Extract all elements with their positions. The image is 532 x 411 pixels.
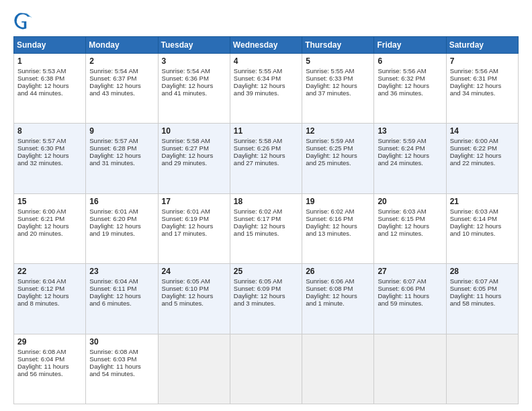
day-info: Sunset: 6:09 PM <box>234 285 298 292</box>
day-info: Sunrise: 6:03 AM <box>378 208 442 215</box>
day-info: and 59 minutes. <box>378 300 442 307</box>
day-info: Sunset: 6:17 PM <box>234 215 298 222</box>
calendar-cell: 24Sunrise: 6:05 AMSunset: 6:10 PMDayligh… <box>158 264 230 334</box>
day-info: Daylight: 12 hours <box>89 152 154 159</box>
day-info: Sunset: 6:25 PM <box>306 144 370 152</box>
day-info: Daylight: 12 hours <box>378 222 442 230</box>
day-info: Sunset: 6:31 PM <box>450 75 515 82</box>
day-info: Sunset: 6:36 PM <box>162 75 226 82</box>
day-info: Sunrise: 6:08 AM <box>89 348 154 355</box>
day-info: Daylight: 12 hours <box>234 82 298 89</box>
calendar-cell: 1Sunrise: 5:53 AMSunset: 6:38 PMDaylight… <box>14 54 86 124</box>
day-info: and 12 minutes. <box>378 230 442 237</box>
calendar-cell: 26Sunrise: 6:06 AMSunset: 6:08 PMDayligh… <box>302 264 374 334</box>
day-number: 18 <box>234 197 298 206</box>
weekday-thursday: Thursday <box>302 37 374 54</box>
header <box>13 11 519 30</box>
day-info: Sunrise: 5:53 AM <box>17 67 82 75</box>
day-info: Daylight: 12 hours <box>450 152 515 159</box>
day-info: Daylight: 12 hours <box>378 82 442 89</box>
day-number: 2 <box>89 56 154 66</box>
calendar-cell: 30Sunrise: 6:08 AMSunset: 6:03 PMDayligh… <box>86 334 158 404</box>
day-info: Daylight: 12 hours <box>234 152 298 159</box>
calendar-cell: 21Sunrise: 6:03 AMSunset: 6:14 PMDayligh… <box>446 193 518 263</box>
day-info: Sunrise: 6:05 AM <box>234 277 298 285</box>
day-info: Sunrise: 5:57 AM <box>17 137 82 144</box>
day-info: Daylight: 12 hours <box>306 222 370 230</box>
day-info: Daylight: 12 hours <box>234 222 298 230</box>
calendar-cell: 13Sunrise: 5:59 AMSunset: 6:24 PMDayligh… <box>374 124 446 193</box>
day-info: Sunrise: 6:03 AM <box>450 208 515 215</box>
day-info: and 24 minutes. <box>378 159 442 167</box>
calendar-body: 1Sunrise: 5:53 AMSunset: 6:38 PMDaylight… <box>14 54 519 404</box>
day-info: and 15 minutes. <box>234 230 298 237</box>
day-info: Daylight: 12 hours <box>162 152 226 159</box>
day-info: Sunrise: 6:05 AM <box>162 277 226 285</box>
calendar-cell: 12Sunrise: 5:59 AMSunset: 6:25 PMDayligh… <box>302 124 374 193</box>
calendar-week-2: 8Sunrise: 5:57 AMSunset: 6:30 PMDaylight… <box>14 124 519 193</box>
day-info: Sunrise: 5:58 AM <box>162 137 226 144</box>
day-info: Sunset: 6:32 PM <box>378 75 442 82</box>
day-info: Sunrise: 5:56 AM <box>450 67 515 75</box>
calendar-cell: 8Sunrise: 5:57 AMSunset: 6:30 PMDaylight… <box>14 124 86 193</box>
calendar-week-3: 15Sunrise: 6:00 AMSunset: 6:21 PMDayligh… <box>14 193 519 263</box>
weekday-friday: Friday <box>374 37 446 54</box>
day-info: Sunrise: 6:02 AM <box>306 208 370 215</box>
day-number: 9 <box>89 126 154 136</box>
day-number: 6 <box>378 56 442 66</box>
day-info: Sunrise: 5:54 AM <box>162 67 226 75</box>
day-number: 22 <box>17 267 82 276</box>
day-info: Sunset: 6:16 PM <box>306 215 370 222</box>
day-info: Sunrise: 5:54 AM <box>89 67 154 75</box>
calendar: SundayMondayTuesdayWednesdayThursdayFrid… <box>13 36 519 404</box>
day-number: 8 <box>17 126 82 136</box>
day-info: Daylight: 12 hours <box>306 292 370 300</box>
day-info: Sunrise: 5:56 AM <box>378 67 442 75</box>
weekday-sunday: Sunday <box>14 37 86 54</box>
day-info: and 8 minutes. <box>17 300 82 307</box>
logo <box>13 11 35 30</box>
day-info: Sunrise: 5:57 AM <box>89 137 154 144</box>
day-info: Sunset: 6:15 PM <box>378 215 442 222</box>
day-info: Sunset: 6:22 PM <box>450 144 515 152</box>
calendar-cell: 17Sunrise: 6:01 AMSunset: 6:19 PMDayligh… <box>158 193 230 263</box>
day-info: Sunset: 6:06 PM <box>378 285 442 292</box>
calendar-week-5: 29Sunrise: 6:08 AMSunset: 6:04 PMDayligh… <box>14 334 519 404</box>
day-number: 4 <box>234 56 298 66</box>
day-info: Sunset: 6:04 PM <box>17 355 82 363</box>
calendar-cell <box>446 334 518 404</box>
day-info: Sunset: 6:10 PM <box>162 285 226 292</box>
day-info: Sunset: 6:34 PM <box>234 75 298 82</box>
calendar-cell: 19Sunrise: 6:02 AMSunset: 6:16 PMDayligh… <box>302 193 374 263</box>
calendar-cell: 11Sunrise: 5:58 AMSunset: 6:26 PMDayligh… <box>230 124 302 193</box>
day-info: Daylight: 11 hours <box>450 292 515 300</box>
day-info: and 34 minutes. <box>450 89 515 97</box>
day-info: Sunrise: 5:59 AM <box>378 137 442 144</box>
calendar-cell: 2Sunrise: 5:54 AMSunset: 6:37 PMDaylight… <box>86 54 158 124</box>
day-info: Sunset: 6:12 PM <box>17 285 82 292</box>
day-info: and 56 minutes. <box>17 370 82 377</box>
day-info: Sunrise: 5:59 AM <box>306 137 370 144</box>
day-number: 14 <box>450 126 515 136</box>
day-info: Sunrise: 5:58 AM <box>234 137 298 144</box>
day-info: Sunrise: 6:08 AM <box>17 348 82 355</box>
day-number: 24 <box>162 267 226 276</box>
day-info: and 39 minutes. <box>234 89 298 97</box>
calendar-cell: 6Sunrise: 5:56 AMSunset: 6:32 PMDaylight… <box>374 54 446 124</box>
day-info: Daylight: 12 hours <box>17 152 82 159</box>
day-info: Daylight: 12 hours <box>89 292 154 300</box>
calendar-cell: 29Sunrise: 6:08 AMSunset: 6:04 PMDayligh… <box>14 334 86 404</box>
day-info: Daylight: 12 hours <box>89 82 154 89</box>
weekday-saturday: Saturday <box>446 37 518 54</box>
day-info: Sunset: 6:26 PM <box>234 144 298 152</box>
calendar-cell: 28Sunrise: 6:07 AMSunset: 6:05 PMDayligh… <box>446 264 518 334</box>
day-number: 13 <box>378 126 442 136</box>
day-info: Sunrise: 6:01 AM <box>89 208 154 215</box>
day-number: 30 <box>89 337 154 347</box>
day-info: Sunset: 6:14 PM <box>450 215 515 222</box>
day-info: Daylight: 12 hours <box>450 222 515 230</box>
day-info: Daylight: 11 hours <box>17 363 82 370</box>
day-info: Daylight: 12 hours <box>162 292 226 300</box>
calendar-cell: 16Sunrise: 6:01 AMSunset: 6:20 PMDayligh… <box>86 193 158 263</box>
day-info: Sunset: 6:05 PM <box>450 285 515 292</box>
